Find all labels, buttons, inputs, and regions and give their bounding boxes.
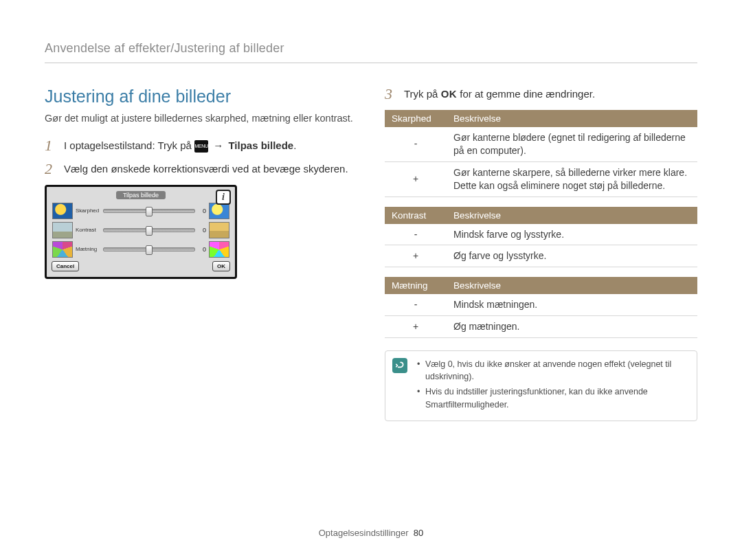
camera-screen: i Tilpas billede Skarphed 0 [45, 185, 237, 279]
step-1-number: 1 [45, 138, 56, 153]
step-1-pre: I optagelsestilstand: Tryk på [64, 139, 192, 151]
table-row: + Gør kanterne skarpere, så billederne v… [385, 161, 697, 197]
thumb-sharpness-high [209, 203, 229, 219]
saturation-minus: - [385, 294, 447, 315]
step-1-target: Tilpas billede [228, 139, 293, 151]
intro-text: Gør det muligt at justere billedernes sk… [45, 112, 357, 126]
contrast-plus-desc: Øg farve og lysstyrke. [447, 245, 697, 267]
ok-button[interactable]: OK [212, 261, 230, 271]
step-3-number: 3 [385, 87, 396, 102]
slider-label-contrast: Kontrast [76, 227, 100, 233]
step-1: 1 I optagelsestilstand: Tryk på MENU → T… [45, 138, 357, 153]
sharpness-header-1: Skarphed [385, 110, 447, 127]
contrast-plus: + [385, 245, 447, 267]
table-row: + Øg farve og lysstyrke. [385, 245, 697, 267]
saturation-header-1: Mætning [385, 277, 447, 294]
screen-title: Tilpas billede [116, 191, 166, 199]
sharpness-plus: + [385, 161, 447, 197]
slider-row-contrast: Kontrast 0 [51, 221, 231, 240]
step-3-post: for at gemme dine ændringer. [460, 88, 595, 100]
note-item-2: Hvis du indstiller justeringsfunktioner,… [417, 385, 688, 410]
slider-value-saturation: 0 [198, 246, 206, 253]
contrast-header-1: Kontrast [385, 207, 447, 224]
slider-sharpness[interactable] [103, 209, 195, 213]
step-3: 3 Tryk på OK for at gemme dine ændringer… [385, 87, 697, 102]
slider-value-contrast: 0 [198, 227, 206, 234]
sharpness-plus-desc: Gør kanterne skarpere, så billederne vir… [447, 161, 697, 197]
sharpness-minus: - [385, 127, 447, 161]
cancel-button[interactable]: Cancel [52, 261, 79, 271]
info-icon[interactable]: i [216, 190, 231, 205]
table-row: + Øg mætningen. [385, 316, 697, 338]
note-item-1: Vælg 0, hvis du ikke ønsker at anvende n… [417, 358, 688, 383]
saturation-table: Mætning Beskrivelse - Mindsk mætningen. … [385, 277, 697, 338]
page-number: 80 [414, 528, 423, 538]
page-title: Justering af dine billeder [45, 87, 357, 107]
contrast-minus-desc: Mindsk farve og lysstyrke. [447, 224, 697, 245]
saturation-plus-desc: Øg mætningen. [447, 316, 697, 338]
slider-row-sharpness: Skarphed 0 [51, 201, 231, 221]
slider-label-saturation: Mætning [76, 246, 100, 252]
footer: Optagelsesindstillinger 80 [0, 528, 742, 538]
breadcrumb: Anvendelse af effekter/Justering af bill… [45, 41, 697, 63]
ok-icon: OK [441, 88, 458, 100]
saturation-header-2: Beskrivelse [447, 277, 697, 294]
slider-label-sharpness: Skarphed [76, 208, 100, 214]
thumb-saturation-low [52, 241, 73, 258]
saturation-minus-desc: Mindsk mætningen. [447, 294, 697, 315]
sharpness-header-2: Beskrivelse [447, 110, 697, 127]
table-row: - Mindsk farve og lysstyrke. [385, 224, 697, 245]
step-2-text: Vælg den ønskede korrektionsværdi ved at… [64, 161, 348, 177]
note-box: Vælg 0, hvis du ikke ønsker at anvende n… [385, 350, 697, 421]
thumb-saturation-high [209, 241, 229, 258]
sharpness-table: Skarphed Beskrivelse - Gør kanterne blød… [385, 110, 697, 197]
table-row: - Gør kanterne blødere (egnet til redige… [385, 127, 697, 161]
step-1-suffix: . [293, 139, 296, 151]
contrast-header-2: Beskrivelse [447, 207, 697, 224]
menu-icon: MENU [194, 140, 208, 153]
step-2-number: 2 [45, 161, 56, 177]
thumb-sharpness-low [52, 203, 73, 219]
contrast-table: Kontrast Beskrivelse - Mindsk farve og l… [385, 207, 697, 268]
thumb-contrast-high [209, 222, 229, 238]
sharpness-minus-desc: Gør kanterne blødere (egnet til redigeri… [447, 127, 697, 161]
contrast-minus: - [385, 224, 447, 245]
slider-contrast[interactable] [103, 228, 195, 232]
step-3-pre: Tryk på [404, 88, 438, 100]
thumb-contrast-low [52, 222, 73, 238]
step-2: 2 Vælg den ønskede korrektionsværdi ved … [45, 161, 357, 177]
footer-section: Optagelsesindstillinger [319, 528, 409, 538]
slider-saturation[interactable] [103, 247, 195, 251]
arrow-icon: → [211, 139, 225, 151]
note-icon [392, 358, 407, 373]
slider-value-sharpness: 0 [198, 208, 206, 214]
saturation-plus: + [385, 316, 447, 338]
slider-row-saturation: Mætning 0 [51, 240, 231, 259]
table-row: - Mindsk mætningen. [385, 294, 697, 315]
